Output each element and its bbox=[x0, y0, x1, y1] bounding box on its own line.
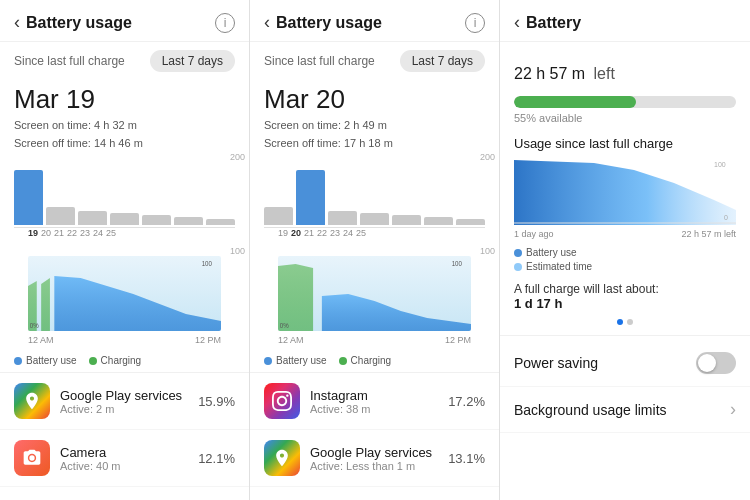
legend-battery-use-2: Battery use bbox=[264, 355, 327, 366]
svg-marker-6 bbox=[322, 294, 471, 331]
svg-marker-9 bbox=[514, 160, 736, 225]
toggle-thumb bbox=[698, 354, 716, 372]
background-usage-label: Background usage limits bbox=[514, 402, 667, 418]
legend-label-charging-2: Charging bbox=[351, 355, 392, 366]
bar-gray-4 bbox=[142, 215, 171, 225]
area-chart-time-labels-2: 12 AM 12 PM bbox=[264, 335, 485, 345]
panel2-header: ‹ Battery usage i bbox=[250, 0, 499, 42]
area-chart: 0% 100 bbox=[28, 256, 221, 331]
area-chart-section-2: 100 0% 100 12 AM bbox=[250, 246, 499, 353]
time-label-start: 12 AM bbox=[28, 335, 54, 345]
power-saving-toggle[interactable] bbox=[696, 352, 736, 374]
dots-row bbox=[500, 313, 750, 331]
time-label-start-2: 12 AM bbox=[278, 335, 304, 345]
svg-text:100: 100 bbox=[714, 161, 726, 168]
day-label-2-23: 23 bbox=[330, 228, 340, 238]
app-active-instagram: Active: 38 m bbox=[310, 403, 448, 415]
bar-gray-2 bbox=[78, 211, 107, 225]
date-heading-2: Mar 20 bbox=[250, 80, 499, 117]
bar-gray-2-5 bbox=[424, 217, 453, 225]
charge-duration: 1 d 17 h bbox=[514, 296, 736, 311]
legend-label-estimated: Estimated time bbox=[526, 261, 592, 272]
bar-item-2 bbox=[78, 211, 107, 225]
usage-label-start: 1 day ago bbox=[514, 229, 554, 239]
day-label-2-24: 24 bbox=[343, 228, 353, 238]
svg-marker-2 bbox=[54, 276, 221, 331]
bar-chart-section: 200 19 20 bbox=[0, 152, 249, 246]
back-button-2[interactable]: ‹ bbox=[264, 12, 270, 33]
app-info-instagram: Instagram Active: 38 m bbox=[310, 388, 448, 415]
svg-text:0: 0 bbox=[724, 214, 728, 221]
legend-dot-green bbox=[89, 357, 97, 365]
info-icon[interactable]: i bbox=[215, 13, 235, 33]
period-button-2[interactable]: Last 7 days bbox=[400, 50, 485, 72]
bar-gray-2-0 bbox=[264, 207, 293, 225]
legend-row: Battery use Charging bbox=[0, 353, 249, 372]
bar-item-1 bbox=[46, 207, 75, 225]
app-percent-camera: 12.1% bbox=[198, 451, 235, 466]
filter-row-2: Since last full charge Last 7 days bbox=[250, 42, 499, 80]
screen-off: Screen off time: 14 h 46 m bbox=[14, 135, 235, 153]
app-item-gps[interactable]: Google Play services Active: 2 m 15.9% bbox=[0, 373, 249, 430]
area-chart-time-labels: 12 AM 12 PM bbox=[14, 335, 235, 345]
panel2-header-left: ‹ Battery usage bbox=[264, 12, 382, 33]
bar-item-3 bbox=[110, 213, 139, 225]
back-button-3[interactable]: ‹ bbox=[514, 12, 520, 33]
setting-row-background[interactable]: Background usage limits › bbox=[500, 387, 750, 433]
svg-text:100: 100 bbox=[452, 260, 463, 267]
bar-gray-5 bbox=[174, 217, 203, 225]
app-icon-camera bbox=[14, 440, 50, 476]
bar-item-2-3 bbox=[360, 213, 389, 225]
bar-chart bbox=[14, 158, 235, 228]
legend-charging: Charging bbox=[89, 355, 142, 366]
info-icon-2[interactable]: i bbox=[465, 13, 485, 33]
bar-chart-labels: 19 20 21 22 23 24 25 bbox=[14, 228, 235, 238]
app-list-1: Google Play services Active: 2 m 15.9% C… bbox=[0, 372, 249, 500]
setting-row-power-saving[interactable]: Power saving bbox=[500, 340, 750, 387]
bar-gray-2-4 bbox=[392, 215, 421, 225]
panel2-title: Battery usage bbox=[276, 14, 382, 32]
app-item-camera[interactable]: Camera Active: 40 m 12.1% bbox=[0, 430, 249, 487]
filter-row: Since last full charge Last 7 days bbox=[0, 42, 249, 80]
battery-available: 55% available bbox=[500, 110, 750, 130]
bar-gray-2-2 bbox=[328, 211, 357, 225]
charge-info-label: A full charge will last about: bbox=[514, 282, 736, 296]
legend-dot-blue-2 bbox=[264, 357, 272, 365]
period-button[interactable]: Last 7 days bbox=[150, 50, 235, 72]
bar-item-2-2 bbox=[328, 211, 357, 225]
app-name-camera: Camera bbox=[60, 445, 198, 460]
legend-label-battery: Battery use bbox=[26, 355, 77, 366]
app-item-gps-2[interactable]: Google Play services Active: Less than 1… bbox=[250, 430, 499, 487]
app-active-gps: Active: 2 m bbox=[60, 403, 198, 415]
day-label-22: 22 bbox=[67, 228, 77, 238]
bar-item-2-5 bbox=[424, 217, 453, 225]
since-label: Since last full charge bbox=[14, 54, 125, 68]
day-label-19: 19 bbox=[28, 228, 38, 238]
time-label-end-2: 12 PM bbox=[445, 335, 471, 345]
area-chart-y-label: 100 bbox=[230, 246, 245, 256]
bar-item-5 bbox=[174, 217, 203, 225]
bar-gray-6 bbox=[206, 219, 235, 225]
bar-item-2-1 bbox=[296, 170, 325, 225]
day-label-24: 24 bbox=[93, 228, 103, 238]
app-percent-gps: 15.9% bbox=[198, 394, 235, 409]
svg-marker-1 bbox=[41, 278, 50, 331]
usage-label-end: 22 h 57 m left bbox=[681, 229, 736, 239]
legend-battery-use-3: Battery use bbox=[514, 247, 736, 258]
app-percent-gps-2: 13.1% bbox=[448, 451, 485, 466]
usage-legend: Battery use Estimated time bbox=[500, 245, 750, 278]
battery-time-value: 22 h 57 m bbox=[514, 65, 585, 82]
app-item-instagram[interactable]: Instagram Active: 38 m 17.2% bbox=[250, 373, 499, 430]
usage-area-labels: 1 day ago 22 h 57 m left bbox=[500, 229, 750, 239]
bar-gray-3 bbox=[110, 213, 139, 225]
panel-battery-usage-mar19: ‹ Battery usage i Since last full charge… bbox=[0, 0, 250, 500]
bar-gray-2-3 bbox=[360, 213, 389, 225]
back-button[interactable]: ‹ bbox=[14, 12, 20, 33]
charge-info-section: A full charge will last about: 1 d 17 h bbox=[500, 278, 750, 313]
panel-battery-detail: ‹ Battery 22 h 57 m left 55% available U… bbox=[500, 0, 750, 500]
app-name-gps: Google Play services bbox=[60, 388, 198, 403]
app-percent-instagram: 17.2% bbox=[448, 394, 485, 409]
app-name-instagram: Instagram bbox=[310, 388, 448, 403]
power-saving-label: Power saving bbox=[514, 355, 598, 371]
bar-item-4 bbox=[142, 215, 171, 225]
